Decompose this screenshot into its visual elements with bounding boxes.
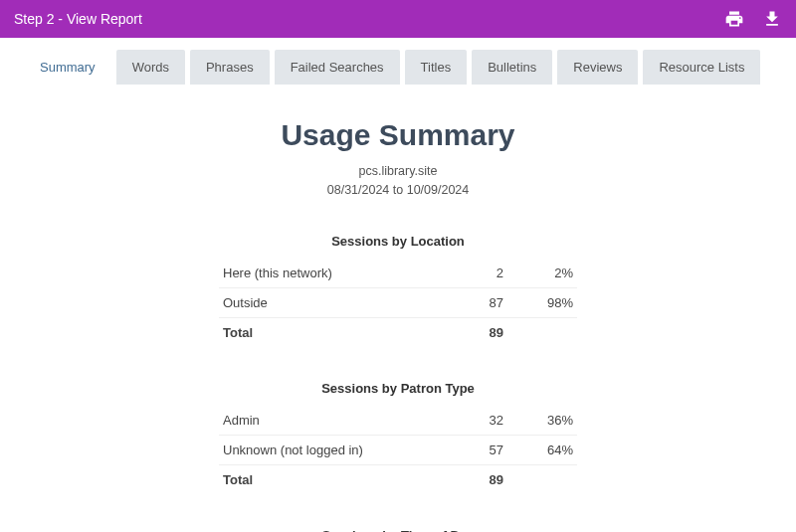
row-label: Here (this network) [219,259,438,288]
row-pct: 98% [507,287,577,317]
table-row: Outside 87 98% [219,287,577,317]
total-pct [507,317,577,347]
sessions-by-location-table: Here (this network) 2 2% Outside 87 98% … [219,259,577,347]
download-icon[interactable] [762,9,782,29]
row-label: Admin [219,406,438,436]
page-title: Usage Summary [0,118,796,152]
tab-titles[interactable]: Titles [405,50,468,85]
report-header: Step 2 - View Report [0,0,796,38]
tab-reviews[interactable]: Reviews [557,50,638,85]
table-total-row: Total 89 [219,464,577,494]
tab-failed-searches[interactable]: Failed Searches [275,50,400,85]
section-title-time: Sessions by Time of Day [0,528,796,533]
total-count: 89 [438,464,507,494]
tab-words[interactable]: Words [116,50,185,85]
tab-summary[interactable]: Summary [24,50,111,85]
row-label: Unknown (not logged in) [219,435,438,464]
row-count: 57 [438,435,507,464]
tab-resource-lists[interactable]: Resource Lists [643,50,760,85]
table-row: Admin 32 36% [219,406,577,436]
row-label: Outside [219,287,438,317]
site-name: pcs.library.site [0,162,796,181]
sessions-by-patron-table: Admin 32 36% Unknown (not logged in) 57 … [219,406,577,494]
date-range: 08/31/2024 to 10/09/2024 [0,181,796,200]
report-content: Usage Summary pcs.library.site 08/31/202… [0,85,796,532]
header-title: Step 2 - View Report [14,11,724,27]
table-total-row: Total 89 [219,317,577,347]
total-pct [507,464,577,494]
total-count: 89 [438,317,507,347]
section-title-patron: Sessions by Patron Type [0,381,796,396]
section-title-location: Sessions by Location [0,234,796,249]
tab-phrases[interactable]: Phrases [190,50,270,85]
header-actions [724,9,782,29]
print-icon[interactable] [724,9,744,29]
table-row: Here (this network) 2 2% [219,259,577,288]
row-pct: 2% [507,259,577,288]
row-count: 2 [438,259,507,288]
row-count: 32 [438,406,507,436]
total-label: Total [219,464,438,494]
tab-bulletins[interactable]: Bulletins [472,50,552,85]
row-pct: 64% [507,435,577,464]
table-row: Unknown (not logged in) 57 64% [219,435,577,464]
row-count: 87 [438,287,507,317]
tab-bar: Summary Words Phrases Failed Searches Ti… [0,38,796,85]
total-label: Total [219,317,438,347]
row-pct: 36% [507,406,577,436]
